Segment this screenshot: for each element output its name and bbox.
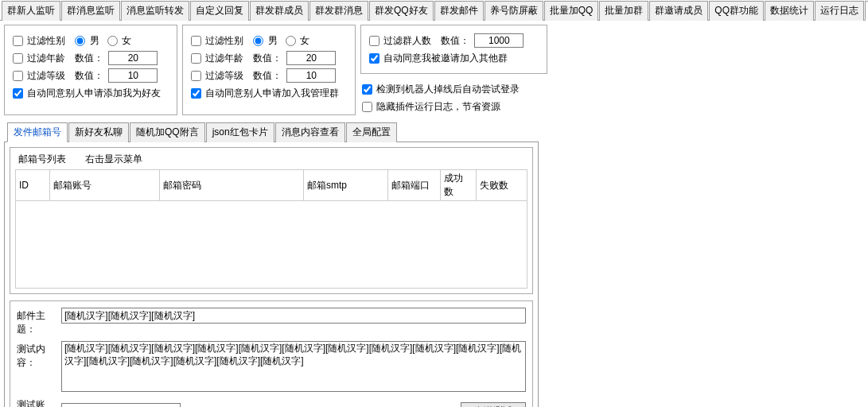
col-0[interactable]: ID	[16, 170, 50, 201]
main-tab-14[interactable]: 运行日志	[815, 1, 864, 21]
sub-tab-4[interactable]: 消息内容查看	[275, 122, 345, 142]
filter2-sex[interactable]: 过滤性别	[191, 34, 243, 48]
right-options: 过滤群人数 数值： 自动同意我被邀请加入其他群 检测到机器人掉线后自动尝试登录 …	[360, 25, 547, 115]
col-5[interactable]: 成功数	[441, 170, 477, 201]
filter1-auto[interactable]: 自动同意别人申请添加我为好友	[13, 87, 161, 100]
filter2-age-numlabel: 数值：	[253, 52, 282, 65]
filter2-age[interactable]: 过滤年龄	[191, 52, 243, 65]
main-tab-0[interactable]: 群新人监听	[2, 1, 60, 21]
main-tab-1[interactable]: 群消息监听	[61, 1, 120, 21]
content-label: 测试内容：	[17, 341, 61, 370]
mail-form: 邮件主题： 测试内容： 测试账号： 发送测试	[10, 300, 533, 407]
auto-join[interactable]: 自动同意我被邀请加入其他群	[369, 52, 508, 65]
main-tab-15[interactable]: 授权及配置	[865, 1, 868, 21]
main-tab-7[interactable]: 群发邮件	[434, 1, 484, 21]
sub-tab-2[interactable]: 随机加QQ附言	[130, 122, 205, 142]
main-tab-9[interactable]: 批量加QQ	[544, 1, 599, 21]
mailbox-list-title: 邮箱号列表 右击显示菜单	[18, 153, 527, 166]
account-input[interactable]	[61, 403, 181, 407]
filter1-age-numlabel: 数值：	[75, 52, 103, 65]
send-test-button[interactable]: 发送测试	[461, 402, 526, 408]
main-tab-5[interactable]: 群发群消息	[309, 1, 368, 21]
sub-tab-3[interactable]: json红包卡片	[206, 122, 274, 142]
filter2-level[interactable]: 过滤等级	[191, 69, 243, 83]
filter1-sex-female[interactable]: 女	[107, 34, 131, 48]
filter1-level[interactable]: 过滤等级	[13, 69, 65, 83]
subject-input[interactable]	[61, 308, 526, 324]
sub-tab-1[interactable]: 新好友私聊	[68, 122, 129, 142]
main-tab-13[interactable]: 数据统计	[765, 1, 814, 21]
main-tab-12[interactable]: QQ群功能	[709, 1, 764, 21]
filter-group-2: 过滤性别 男 女 过滤年龄 数值： 过滤等级 数值： 自动同意别人申请加入我管理…	[182, 25, 356, 115]
col-6[interactable]: 失败数	[477, 170, 527, 201]
filter2-level-numlabel: 数值：	[253, 69, 282, 83]
filter2-sex-male[interactable]: 男	[253, 34, 277, 48]
filter2-level-input[interactable]	[286, 68, 336, 83]
filter1-level-input[interactable]	[108, 68, 158, 83]
filter1-level-numlabel: 数值：	[75, 69, 103, 83]
filter1-sex-male[interactable]: 男	[75, 34, 99, 48]
mailbox-table-body[interactable]	[15, 201, 527, 289]
auto-login[interactable]: 检测到机器人掉线后自动尝试登录	[362, 83, 520, 96]
main-tab-8[interactable]: 养号防屏蔽	[485, 1, 543, 21]
mailbox-list-box: 邮箱号列表 右击显示菜单 ID邮箱账号邮箱密码邮箱smtp邮箱端口成功数失败数	[10, 147, 533, 294]
filter-group-1: 过滤性别 男 女 过滤年龄 数值： 过滤等级 数值： 自动同意别人申请添加我为好…	[4, 25, 177, 115]
main-tab-4[interactable]: 群发群成员	[250, 1, 309, 21]
filter1-age[interactable]: 过滤年龄	[13, 52, 65, 65]
account-label: 测试账号：	[17, 397, 61, 407]
sub-tab-5[interactable]: 全局配置	[346, 122, 397, 142]
filter1-sex[interactable]: 过滤性别	[13, 34, 65, 48]
filter1-age-input[interactable]	[108, 51, 158, 65]
main-tab-11[interactable]: 群邀请成员	[649, 1, 708, 21]
main-tab-10[interactable]: 批量加群	[599, 1, 648, 21]
content-textarea[interactable]	[61, 341, 526, 392]
mailbox-table: ID邮箱账号邮箱密码邮箱smtp邮箱端口成功数失败数	[15, 169, 527, 201]
filter2-auto[interactable]: 自动同意别人申请加入我管理群	[191, 87, 339, 100]
filter-groupcount[interactable]: 过滤群人数	[369, 34, 431, 48]
main-tab-6[interactable]: 群发QQ好友	[369, 1, 434, 21]
sub-panel: 邮箱号列表 右击显示菜单 ID邮箱账号邮箱密码邮箱smtp邮箱端口成功数失败数 …	[4, 141, 539, 407]
col-2[interactable]: 邮箱密码	[159, 170, 303, 201]
subject-label: 邮件主题：	[17, 308, 61, 336]
filter-groupcount-input[interactable]	[474, 33, 524, 48]
filter2-sex-female[interactable]: 女	[286, 34, 309, 48]
filter-groupcount-numlabel: 数值：	[441, 34, 469, 48]
col-4[interactable]: 邮箱端口	[388, 170, 441, 201]
sub-tab-0[interactable]: 发件邮箱号	[7, 122, 68, 142]
main-tab-3[interactable]: 自定义回复	[190, 1, 249, 21]
main-tab-2[interactable]: 消息监听转发	[121, 1, 189, 21]
hide-log[interactable]: 隐藏插件运行日志，节省资源	[362, 100, 500, 114]
filter2-age-input[interactable]	[286, 51, 336, 65]
col-1[interactable]: 邮箱账号	[49, 170, 159, 201]
col-3[interactable]: 邮箱smtp	[303, 170, 387, 201]
